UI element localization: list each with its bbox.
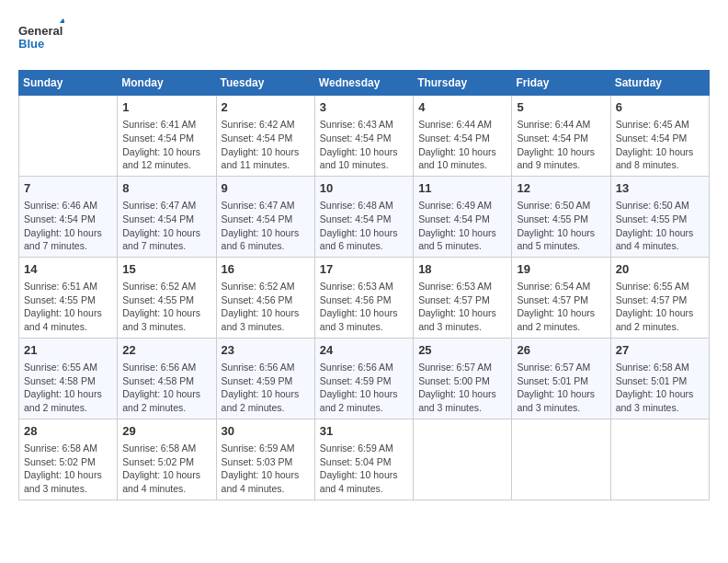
calendar-cell: 24Sunrise: 6:56 AM Sunset: 4:59 PM Dayli… bbox=[314, 338, 413, 419]
calendar-week-row: 14Sunrise: 6:51 AM Sunset: 4:55 PM Dayli… bbox=[19, 257, 710, 338]
day-info: Sunrise: 6:53 AM Sunset: 4:57 PM Dayligh… bbox=[418, 280, 506, 334]
calendar-cell: 28Sunrise: 6:58 AM Sunset: 5:02 PM Dayli… bbox=[19, 419, 118, 500]
day-number: 19 bbox=[517, 261, 605, 278]
day-info: Sunrise: 6:44 AM Sunset: 4:54 PM Dayligh… bbox=[517, 118, 605, 172]
day-number: 17 bbox=[320, 261, 408, 278]
day-number: 10 bbox=[320, 180, 408, 197]
logo-svg: General Blue bbox=[18, 18, 64, 55]
day-number: 8 bbox=[122, 180, 210, 197]
day-number: 24 bbox=[320, 342, 408, 359]
day-number: 4 bbox=[418, 99, 506, 116]
day-info: Sunrise: 6:47 AM Sunset: 4:54 PM Dayligh… bbox=[222, 199, 310, 253]
calendar-cell: 4Sunrise: 6:44 AM Sunset: 4:54 PM Daylig… bbox=[414, 96, 512, 177]
day-number: 25 bbox=[418, 342, 506, 359]
day-info: Sunrise: 6:54 AM Sunset: 4:57 PM Dayligh… bbox=[517, 280, 605, 334]
day-info: Sunrise: 6:51 AM Sunset: 4:55 PM Dayligh… bbox=[24, 280, 112, 334]
day-info: Sunrise: 6:44 AM Sunset: 4:54 PM Dayligh… bbox=[418, 118, 506, 172]
calendar-cell: 20Sunrise: 6:55 AM Sunset: 4:57 PM Dayli… bbox=[610, 257, 709, 338]
day-number: 5 bbox=[517, 99, 605, 116]
calendar-cell: 6Sunrise: 6:45 AM Sunset: 4:54 PM Daylig… bbox=[610, 96, 709, 177]
calendar-cell bbox=[610, 419, 709, 500]
day-number: 15 bbox=[122, 261, 210, 278]
calendar-cell bbox=[512, 419, 610, 500]
day-info: Sunrise: 6:59 AM Sunset: 5:04 PM Dayligh… bbox=[320, 442, 408, 496]
day-info: Sunrise: 6:53 AM Sunset: 4:56 PM Dayligh… bbox=[320, 280, 408, 334]
weekday-header: Wednesday bbox=[314, 71, 413, 96]
day-number: 20 bbox=[616, 261, 704, 278]
day-info: Sunrise: 6:49 AM Sunset: 4:54 PM Dayligh… bbox=[418, 199, 506, 253]
calendar-cell: 15Sunrise: 6:52 AM Sunset: 4:55 PM Dayli… bbox=[118, 257, 216, 338]
day-number: 28 bbox=[24, 423, 112, 440]
day-info: Sunrise: 6:41 AM Sunset: 4:54 PM Dayligh… bbox=[122, 118, 210, 172]
day-info: Sunrise: 6:55 AM Sunset: 4:57 PM Dayligh… bbox=[616, 280, 704, 334]
day-number: 30 bbox=[222, 423, 310, 440]
day-info: Sunrise: 6:50 AM Sunset: 4:55 PM Dayligh… bbox=[616, 199, 704, 253]
day-number: 3 bbox=[320, 99, 408, 116]
weekday-header: Friday bbox=[512, 71, 610, 96]
svg-marker-2 bbox=[60, 18, 64, 23]
day-number: 6 bbox=[616, 99, 704, 116]
day-number: 2 bbox=[222, 99, 310, 116]
day-info: Sunrise: 6:45 AM Sunset: 4:54 PM Dayligh… bbox=[616, 118, 704, 172]
svg-text:General: General bbox=[18, 24, 63, 38]
day-number: 31 bbox=[320, 423, 408, 440]
weekday-header-row: SundayMondayTuesdayWednesdayThursdayFrid… bbox=[19, 71, 710, 96]
calendar-cell bbox=[19, 96, 118, 177]
calendar-week-row: 7Sunrise: 6:46 AM Sunset: 4:54 PM Daylig… bbox=[19, 176, 710, 257]
day-number: 13 bbox=[616, 180, 704, 197]
calendar-cell: 16Sunrise: 6:52 AM Sunset: 4:56 PM Dayli… bbox=[216, 257, 314, 338]
day-info: Sunrise: 6:52 AM Sunset: 4:55 PM Dayligh… bbox=[122, 280, 210, 334]
calendar-cell: 27Sunrise: 6:58 AM Sunset: 5:01 PM Dayli… bbox=[610, 338, 709, 419]
calendar-cell: 18Sunrise: 6:53 AM Sunset: 4:57 PM Dayli… bbox=[414, 257, 512, 338]
day-info: Sunrise: 6:58 AM Sunset: 5:01 PM Dayligh… bbox=[616, 361, 704, 415]
calendar-cell: 25Sunrise: 6:57 AM Sunset: 5:00 PM Dayli… bbox=[414, 338, 512, 419]
day-number: 16 bbox=[222, 261, 310, 278]
day-info: Sunrise: 6:50 AM Sunset: 4:55 PM Dayligh… bbox=[517, 199, 605, 253]
day-number: 9 bbox=[222, 180, 310, 197]
calendar-cell: 11Sunrise: 6:49 AM Sunset: 4:54 PM Dayli… bbox=[414, 176, 512, 257]
calendar-cell: 1Sunrise: 6:41 AM Sunset: 4:54 PM Daylig… bbox=[118, 96, 216, 177]
day-info: Sunrise: 6:57 AM Sunset: 5:00 PM Dayligh… bbox=[418, 361, 506, 415]
day-info: Sunrise: 6:55 AM Sunset: 4:58 PM Dayligh… bbox=[24, 361, 112, 415]
calendar-cell: 5Sunrise: 6:44 AM Sunset: 4:54 PM Daylig… bbox=[512, 96, 610, 177]
day-number: 27 bbox=[616, 342, 704, 359]
calendar-cell: 12Sunrise: 6:50 AM Sunset: 4:55 PM Dayli… bbox=[512, 176, 610, 257]
calendar-cell: 2Sunrise: 6:42 AM Sunset: 4:54 PM Daylig… bbox=[216, 96, 314, 177]
day-number: 7 bbox=[24, 180, 112, 197]
calendar-cell: 30Sunrise: 6:59 AM Sunset: 5:03 PM Dayli… bbox=[216, 419, 314, 500]
day-number: 12 bbox=[517, 180, 605, 197]
calendar-cell: 29Sunrise: 6:58 AM Sunset: 5:02 PM Dayli… bbox=[118, 419, 216, 500]
day-info: Sunrise: 6:58 AM Sunset: 5:02 PM Dayligh… bbox=[122, 442, 210, 496]
day-info: Sunrise: 6:52 AM Sunset: 4:56 PM Dayligh… bbox=[222, 280, 310, 334]
day-info: Sunrise: 6:46 AM Sunset: 4:54 PM Dayligh… bbox=[24, 199, 112, 253]
svg-text:Blue: Blue bbox=[18, 37, 44, 51]
day-number: 14 bbox=[24, 261, 112, 278]
day-number: 1 bbox=[122, 99, 210, 116]
day-number: 29 bbox=[122, 423, 210, 440]
day-number: 23 bbox=[222, 342, 310, 359]
calendar-cell: 7Sunrise: 6:46 AM Sunset: 4:54 PM Daylig… bbox=[19, 176, 118, 257]
calendar-cell: 21Sunrise: 6:55 AM Sunset: 4:58 PM Dayli… bbox=[19, 338, 118, 419]
weekday-header: Saturday bbox=[610, 71, 709, 96]
weekday-header: Monday bbox=[118, 71, 216, 96]
day-info: Sunrise: 6:56 AM Sunset: 4:59 PM Dayligh… bbox=[222, 361, 310, 415]
calendar-cell bbox=[414, 419, 512, 500]
day-number: 21 bbox=[24, 342, 112, 359]
calendar-cell: 3Sunrise: 6:43 AM Sunset: 4:54 PM Daylig… bbox=[314, 96, 413, 177]
calendar-cell: 26Sunrise: 6:57 AM Sunset: 5:01 PM Dayli… bbox=[512, 338, 610, 419]
day-info: Sunrise: 6:56 AM Sunset: 4:58 PM Dayligh… bbox=[122, 361, 210, 415]
calendar-cell: 31Sunrise: 6:59 AM Sunset: 5:04 PM Dayli… bbox=[314, 419, 413, 500]
day-info: Sunrise: 6:57 AM Sunset: 5:01 PM Dayligh… bbox=[517, 361, 605, 415]
calendar-week-row: 1Sunrise: 6:41 AM Sunset: 4:54 PM Daylig… bbox=[19, 96, 710, 177]
weekday-header: Sunday bbox=[19, 71, 118, 96]
page-header: General Blue bbox=[18, 18, 710, 55]
day-info: Sunrise: 6:59 AM Sunset: 5:03 PM Dayligh… bbox=[222, 442, 310, 496]
calendar-table: SundayMondayTuesdayWednesdayThursdayFrid… bbox=[18, 70, 710, 500]
day-number: 26 bbox=[517, 342, 605, 359]
calendar-cell: 8Sunrise: 6:47 AM Sunset: 4:54 PM Daylig… bbox=[118, 176, 216, 257]
day-info: Sunrise: 6:42 AM Sunset: 4:54 PM Dayligh… bbox=[222, 118, 310, 172]
calendar-cell: 10Sunrise: 6:48 AM Sunset: 4:54 PM Dayli… bbox=[314, 176, 413, 257]
weekday-header: Tuesday bbox=[216, 71, 314, 96]
logo: General Blue bbox=[18, 18, 64, 55]
day-info: Sunrise: 6:58 AM Sunset: 5:02 PM Dayligh… bbox=[24, 442, 112, 496]
